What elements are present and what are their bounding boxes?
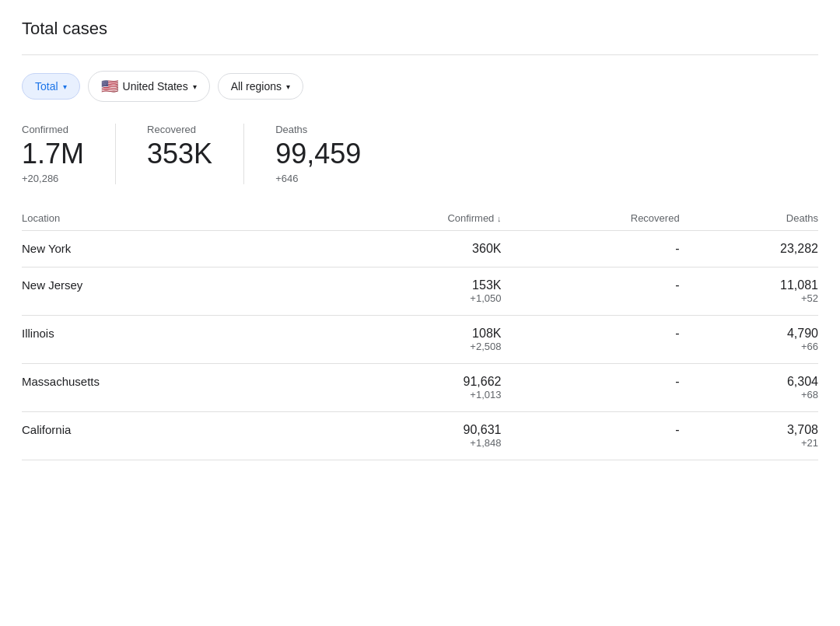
deaths-main: 6,304	[680, 375, 818, 389]
stats-row: Confirmed 1.7M +20,286 Recovered 353K De…	[22, 124, 818, 184]
cell-location: New Jersey	[22, 267, 306, 315]
deaths-delta: +68	[680, 389, 818, 400]
country-filter-label: United States	[123, 80, 188, 93]
cell-deaths: 3,708 +21	[680, 411, 818, 460]
confirmed-main: 91,662	[306, 375, 502, 389]
confirmed-delta: +1,050	[306, 292, 502, 304]
confirmed-delta: +1,013	[306, 389, 502, 400]
cell-location: California	[22, 411, 306, 460]
confirmed-main: 108K	[306, 327, 502, 341]
deaths-delta: +66	[680, 341, 818, 352]
cell-confirmed: 153K +1,050	[306, 267, 502, 315]
country-chevron-icon: ▾	[193, 82, 197, 91]
recovered-stat: Recovered 353K	[147, 124, 244, 184]
cell-recovered: -	[501, 267, 679, 315]
cell-recovered: -	[501, 363, 679, 411]
table-row: Illinois 108K +2,508 - 4,790 +66	[22, 315, 818, 363]
cell-confirmed: 91,662 +1,013	[306, 363, 502, 411]
confirmed-delta: +20,286	[22, 173, 84, 184]
cell-deaths: 11,081 +52	[680, 267, 818, 315]
confirmed-main: 153K	[306, 278, 502, 292]
cell-recovered: -	[501, 230, 679, 267]
page-title: Total cases	[22, 19, 818, 39]
cell-confirmed: 360K	[306, 230, 502, 267]
recovered-value: 353K	[147, 138, 212, 170]
deaths-delta: +52	[680, 292, 818, 304]
cell-confirmed: 108K +2,508	[306, 315, 502, 363]
total-filter-label: Total	[35, 80, 58, 93]
cell-deaths: 23,282	[680, 230, 818, 267]
country-flag: 🇺🇸	[101, 78, 118, 95]
confirmed-delta: +1,848	[306, 437, 502, 449]
confirmed-stat: Confirmed 1.7M +20,286	[22, 124, 116, 184]
deaths-main: 11,081	[680, 278, 818, 292]
total-filter-button[interactable]: Total ▾	[22, 73, 80, 100]
cell-location: New York	[22, 230, 306, 267]
deaths-delta: +646	[275, 173, 361, 184]
table-body: New York 360K - 23,282 New Jersey 153K +…	[22, 230, 818, 460]
table-row: California 90,631 +1,848 - 3,708 +21	[22, 411, 818, 460]
cell-deaths: 4,790 +66	[680, 315, 818, 363]
confirmed-header-label: Confirmed	[447, 212, 494, 224]
total-chevron-icon: ▾	[63, 82, 67, 91]
deaths-value: 99,459	[275, 138, 361, 170]
col-location: Location	[22, 206, 306, 231]
table-row: New York 360K - 23,282	[22, 230, 818, 267]
deaths-stat: Deaths 99,459 +646	[275, 124, 392, 184]
confirmed-delta: +2,508	[306, 341, 502, 352]
cell-location: Massachusetts	[22, 363, 306, 411]
cell-confirmed: 90,631 +1,848	[306, 411, 502, 460]
confirmed-value: 1.7M	[22, 138, 84, 170]
col-confirmed[interactable]: Confirmed ↓	[306, 206, 502, 231]
confirmed-main: 360K	[306, 242, 502, 256]
table-header-row: Location Confirmed ↓ Recovered Deaths	[22, 206, 818, 231]
cell-recovered: -	[501, 315, 679, 363]
top-divider	[22, 54, 818, 55]
region-filter-label: All regions	[231, 80, 282, 93]
region-chevron-icon: ▾	[286, 82, 290, 91]
country-filter-button[interactable]: 🇺🇸 United States ▾	[88, 71, 210, 102]
cell-location: Illinois	[22, 315, 306, 363]
confirmed-label: Confirmed	[22, 124, 84, 135]
col-recovered: Recovered	[501, 206, 679, 231]
recovered-label: Recovered	[147, 124, 212, 135]
deaths-label: Deaths	[275, 124, 361, 135]
table-row: Massachusetts 91,662 +1,013 - 6,304 +68	[22, 363, 818, 411]
sort-arrow-icon: ↓	[497, 214, 502, 223]
confirmed-main: 90,631	[306, 423, 502, 437]
cell-deaths: 6,304 +68	[680, 363, 818, 411]
deaths-main: 23,282	[680, 242, 818, 256]
deaths-delta: +21	[680, 437, 818, 449]
data-table: Location Confirmed ↓ Recovered Deaths Ne…	[22, 206, 818, 460]
cell-recovered: -	[501, 411, 679, 460]
region-filter-button[interactable]: All regions ▾	[218, 73, 303, 100]
deaths-main: 4,790	[680, 327, 818, 341]
filter-bar: Total ▾ 🇺🇸 United States ▾ All regions ▾	[22, 71, 818, 102]
table-row: New Jersey 153K +1,050 - 11,081 +52	[22, 267, 818, 315]
col-deaths: Deaths	[680, 206, 818, 231]
deaths-main: 3,708	[680, 423, 818, 437]
